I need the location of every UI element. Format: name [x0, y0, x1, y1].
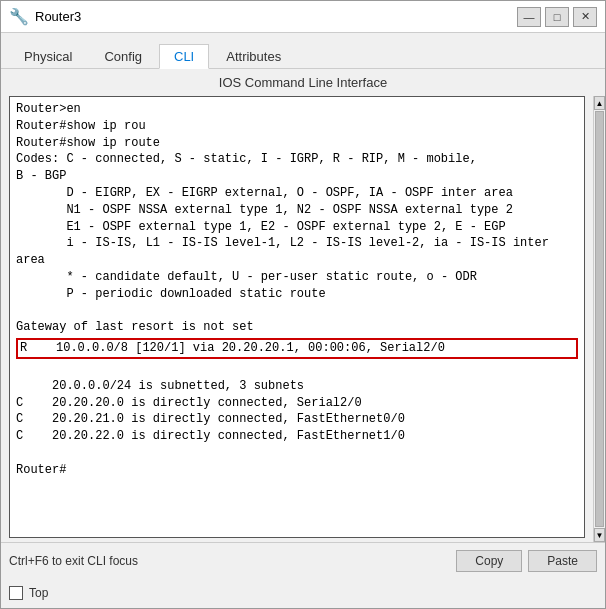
title-bar-left: 🔧 Router3 [9, 7, 81, 27]
tab-cli[interactable]: CLI [159, 44, 209, 69]
tab-bar: Physical Config CLI Attributes [1, 33, 605, 69]
tab-attributes[interactable]: Attributes [211, 44, 296, 69]
action-buttons: Copy Paste [456, 550, 597, 572]
scroll-thumb[interactable] [595, 111, 604, 527]
window-icon: 🔧 [9, 7, 29, 27]
bottom-bar: Ctrl+F6 to exit CLI focus Copy Paste [1, 542, 605, 578]
terminal-wrapper: Router>en Router#show ip rou Router#show… [1, 96, 605, 542]
terminal-container: Router>en Router#show ip rou Router#show… [9, 96, 585, 538]
tab-config[interactable]: Config [89, 44, 157, 69]
minimize-button[interactable]: — [517, 7, 541, 27]
scroll-down-button[interactable]: ▼ [594, 528, 605, 542]
footer-bar: Top [1, 578, 605, 608]
terminal-content[interactable]: Router>en Router#show ip rou Router#show… [10, 97, 584, 537]
scroll-up-button[interactable]: ▲ [594, 96, 605, 110]
scrollbar[interactable]: ▲ ▼ [593, 96, 605, 542]
router3-window: 🔧 Router3 — □ ✕ Physical Config CLI Attr… [0, 0, 606, 609]
copy-button[interactable]: Copy [456, 550, 522, 572]
top-checkbox[interactable] [9, 586, 23, 600]
close-button[interactable]: ✕ [573, 7, 597, 27]
maximize-button[interactable]: □ [545, 7, 569, 27]
cli-hint: Ctrl+F6 to exit CLI focus [9, 554, 138, 568]
tab-physical[interactable]: Physical [9, 44, 87, 69]
section-title: IOS Command Line Interface [1, 69, 605, 96]
title-controls: — □ ✕ [517, 7, 597, 27]
window-title: Router3 [35, 9, 81, 24]
top-label: Top [29, 586, 48, 600]
paste-button[interactable]: Paste [528, 550, 597, 572]
title-bar: 🔧 Router3 — □ ✕ [1, 1, 605, 33]
